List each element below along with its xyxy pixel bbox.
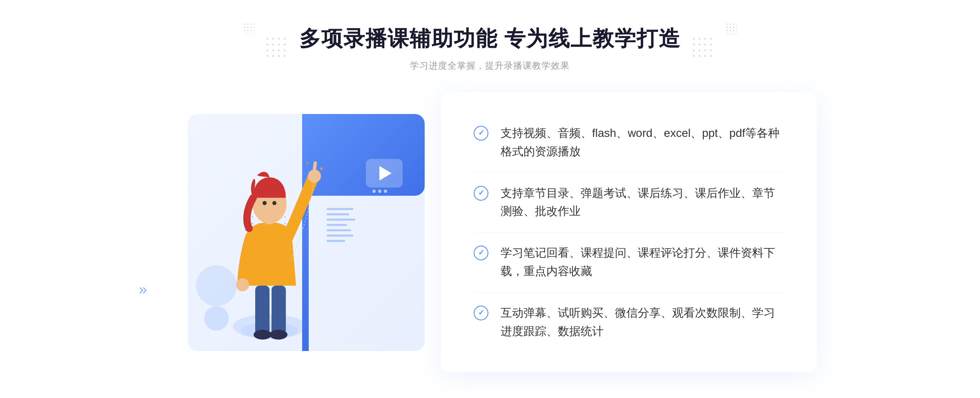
dot <box>278 49 280 51</box>
dot <box>699 55 700 57</box>
dot <box>704 44 706 45</box>
check-circle-3: ✓ <box>474 246 488 260</box>
content-area: ✦ ✦ » ✓ 支持视频、音频、flash、word、excel、ppt、pdf… <box>163 92 817 372</box>
feature-text-4: 互动弹幕、试听购买、微信分享、观看次数限制、学习进度跟踪、数据统计 <box>501 304 784 341</box>
dot <box>693 38 695 40</box>
dot <box>699 44 700 45</box>
dot <box>704 49 706 51</box>
dot <box>267 38 268 40</box>
dot <box>693 49 695 51</box>
svg-rect-2 <box>255 286 270 335</box>
dot <box>278 55 280 57</box>
dot <box>284 38 285 40</box>
play-triangle-icon <box>379 166 392 181</box>
dot <box>267 49 268 51</box>
dot <box>267 55 268 57</box>
page-container: 多项录播课辅助功能 专为线上教学打造 学习进度全掌握，提升录播课教学效果 <box>0 0 980 398</box>
dot <box>278 38 280 40</box>
check-mark-icon: ✓ <box>478 129 484 136</box>
dot <box>699 49 700 51</box>
dot <box>693 55 695 57</box>
svg-point-11 <box>272 201 276 205</box>
top-blue-card <box>309 114 425 196</box>
dot <box>272 44 274 45</box>
stripe <box>327 208 353 210</box>
check-mark-icon: ✓ <box>478 189 484 197</box>
speech-dots <box>372 190 387 193</box>
check-circle-4: ✓ <box>474 306 488 320</box>
feature-item-3: ✓ 学习笔记回看、课程提问、课程评论打分、课件资料下载，重点内容收藏 <box>474 233 784 293</box>
dot <box>284 49 285 51</box>
dot <box>284 55 285 57</box>
feature-item-2: ✓ 支持章节目录、弹题考试、课后练习、课后作业、章节测验、批改作业 <box>474 173 784 233</box>
dot <box>699 38 700 40</box>
check-mark-icon: ✓ <box>478 309 484 316</box>
speech-dot-1 <box>372 190 376 193</box>
person-illustration: ✦ ✦ <box>216 155 323 359</box>
feature-item-1: ✓ 支持视频、音频、flash、word、excel、ppt、pdf等各种格式的… <box>474 113 784 173</box>
speech-dot-3 <box>384 190 387 193</box>
header-section: 多项录播课辅助功能 专为线上教学打造 学习进度全掌握，提升录播课教学效果 <box>299 25 681 72</box>
svg-text:✦: ✦ <box>318 165 323 173</box>
dot <box>710 49 712 51</box>
main-title: 多项录播课辅助功能 专为线上教学打造 <box>299 25 681 53</box>
dot <box>272 38 274 40</box>
illustration-wrapper: ✦ ✦ » <box>163 94 441 371</box>
stripe <box>327 240 345 242</box>
stripes-decoration <box>327 208 355 245</box>
feature-text-3: 学习笔记回看、课程提问、课程评论打分、课件资料下载，重点内容收藏 <box>501 244 784 281</box>
left-arrows-icon: » <box>139 281 147 298</box>
dot <box>272 49 274 51</box>
sub-title: 学习进度全掌握，提升录播课教学效果 <box>299 60 681 72</box>
stripe <box>327 229 351 231</box>
speech-dot-2 <box>378 190 381 193</box>
dot <box>710 38 712 40</box>
stripe <box>327 235 353 237</box>
feature-item-4: ✓ 互动弹幕、试听购买、微信分享、观看次数限制、学习进度跟踪、数据统计 <box>474 293 784 352</box>
svg-rect-3 <box>272 286 286 335</box>
stripe <box>327 224 347 226</box>
check-mark-icon: ✓ <box>478 249 484 256</box>
dot <box>278 44 280 45</box>
header-dots-left <box>267 38 287 58</box>
dot <box>704 38 706 40</box>
dot <box>284 44 285 45</box>
header-dots-right <box>693 38 713 58</box>
dot <box>704 55 706 57</box>
check-circle-1: ✓ <box>474 126 488 141</box>
features-panel: ✓ 支持视频、音频、flash、word、excel、ppt、pdf等各种格式的… <box>441 92 817 372</box>
dot <box>272 55 274 57</box>
feature-text-1: 支持视频、音频、flash、word、excel、ppt、pdf等各种格式的资源… <box>501 124 784 161</box>
svg-point-4 <box>254 330 272 340</box>
dot <box>710 44 712 45</box>
svg-point-7 <box>236 278 249 291</box>
dot <box>693 44 695 45</box>
check-circle-2: ✓ <box>474 186 488 201</box>
stripe <box>327 219 355 221</box>
dot <box>710 55 712 57</box>
svg-point-10 <box>263 201 267 205</box>
svg-text:✦: ✦ <box>305 161 310 166</box>
dot <box>267 44 268 45</box>
svg-point-5 <box>270 330 287 340</box>
stripe <box>327 213 349 215</box>
feature-text-2: 支持章节目录、弹题考试、课后练习、课后作业、章节测验、批改作业 <box>501 184 784 221</box>
play-button-area <box>366 159 403 188</box>
